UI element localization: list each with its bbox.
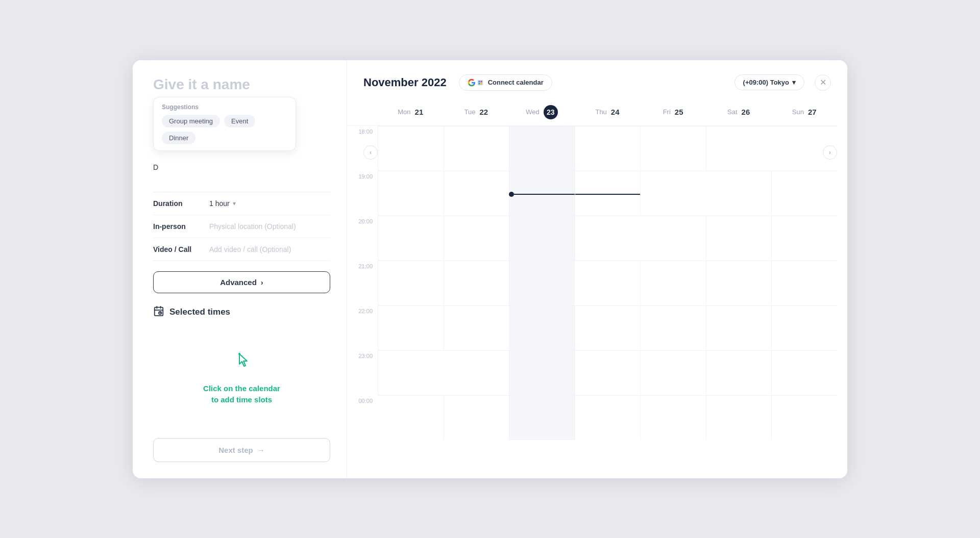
cursor-click-icon	[232, 350, 252, 375]
next-week-button[interactable]: ›	[823, 145, 837, 160]
grid-cell-r4-c0[interactable]	[378, 305, 444, 350]
grid-cell-r6-c2[interactable]	[509, 395, 575, 440]
selected-times-header: Selected times	[153, 305, 330, 319]
grid-cell-r2-c5[interactable]	[706, 216, 772, 261]
videocall-placeholder[interactable]: Add video / call (Optional)	[209, 245, 291, 253]
grid-cell-r1-c5[interactable]	[706, 171, 772, 216]
grid-cell-r1-c4[interactable]	[640, 171, 706, 216]
grid-cell-r2-c6[interactable]	[771, 216, 837, 261]
day-name: Wed	[526, 108, 540, 116]
day-header-fri: Fri25	[640, 101, 706, 125]
empty-state: Click on the calendar to add time slots	[153, 329, 330, 426]
grid-cell-r6-c5[interactable]	[706, 395, 772, 440]
connect-calendar-label: Connect calendar	[488, 79, 544, 86]
calendar-month-title: November 2022	[363, 76, 447, 89]
grid-cell-r5-c0[interactable]	[378, 350, 444, 395]
day-num: 24	[611, 108, 620, 116]
grid-cell-r4-c5[interactable]	[706, 305, 772, 350]
grid-cell-r4-c6[interactable]	[771, 305, 837, 350]
prev-week-button[interactable]: ‹	[363, 145, 378, 160]
grid-cell-r1-c0[interactable]	[378, 171, 444, 216]
day-num: 25	[675, 108, 683, 116]
grid-cell-r0-c1[interactable]	[444, 126, 509, 171]
grid-cell-r3-c3[interactable]	[575, 261, 641, 305]
advanced-button[interactable]: Advanced ›	[153, 271, 330, 293]
connect-calendar-button[interactable]: Connect calendar	[459, 74, 552, 91]
grid-cell-r5-c3[interactable]	[575, 350, 641, 395]
inperson-placeholder[interactable]: Physical location (Optional)	[209, 222, 296, 230]
form-row-videocall: Video / Call Add video / call (Optional)	[153, 238, 330, 261]
grid-cell-r3-c4[interactable]	[640, 261, 706, 305]
time-grid[interactable]: 18:0019:0020:0021:0022:0023:0000:00	[347, 126, 837, 440]
form-row-duration: Duration 1 hour ▾	[153, 192, 330, 215]
grid-cell-r0-c3[interactable]	[575, 126, 641, 171]
time-label-6: 00:00	[347, 395, 378, 440]
timezone-button[interactable]: (+09:00) Tokyo ▾	[734, 74, 804, 90]
close-button[interactable]: ✕	[815, 74, 831, 91]
grid-cell-r3-c5[interactable]	[706, 261, 772, 305]
grid-cell-r2-c4[interactable]	[640, 216, 706, 261]
grid-cell-r0-c2[interactable]	[509, 126, 575, 171]
grid-cell-r1-c6[interactable]	[771, 171, 837, 216]
day-name: Sun	[792, 108, 804, 116]
event-title-input[interactable]	[153, 76, 330, 93]
chevron-down-icon: ▾	[233, 200, 236, 207]
grid-cell-r0-c0[interactable]	[378, 126, 444, 171]
grid-cell-r1-c3[interactable]	[575, 171, 641, 216]
inperson-label: In-person	[153, 222, 209, 230]
grid-cell-r4-c1[interactable]	[444, 305, 509, 350]
grid-cell-r6-c1[interactable]	[444, 395, 509, 440]
grid-cell-r5-c1[interactable]	[444, 350, 509, 395]
grid-cell-r4-c3[interactable]	[575, 305, 641, 350]
videocall-label: Video / Call	[153, 245, 209, 253]
calendar-header: November 2022 Connect calendar (+09:00) …	[347, 60, 847, 101]
grid-cell-r0-c4[interactable]	[640, 126, 706, 171]
time-indicator-dot	[509, 192, 514, 197]
grid-cell-r2-c0[interactable]	[378, 216, 444, 261]
grid-cell-r3-c6[interactable]	[771, 261, 837, 305]
time-col-header	[347, 101, 378, 125]
grid-cell-r1-c1[interactable]	[444, 171, 509, 216]
suggestion-chip-1[interactable]: Event	[224, 115, 255, 127]
duration-label: Duration	[153, 199, 209, 208]
grid-cell-r5-c6[interactable]	[771, 350, 837, 395]
close-icon: ✕	[820, 78, 826, 87]
duration-value[interactable]: 1 hour ▾	[209, 199, 236, 208]
day-name: Fri	[663, 108, 671, 116]
grid-cell-r2-c2[interactable]	[509, 216, 575, 261]
grid-cell-r6-c6[interactable]	[771, 395, 837, 440]
calendar-grid-container[interactable]: Mon21Tue22Wed23Thu24Fri25Sat26Sun27 18:0…	[347, 101, 847, 478]
suggestions-label: Suggestions	[162, 104, 287, 111]
grid-cell-r3-c0[interactable]	[378, 261, 444, 305]
google-icon	[468, 79, 484, 87]
day-header-tue: Tue22	[444, 101, 509, 125]
grid-cell-r3-c1[interactable]	[444, 261, 509, 305]
time-label-4: 22:00	[347, 305, 378, 350]
grid-cell-r5-c2[interactable]	[509, 350, 575, 395]
grid-cell-r1-c2[interactable]	[509, 171, 575, 216]
description-textarea[interactable]: D	[153, 159, 330, 192]
time-label-5: 23:00	[347, 350, 378, 395]
day-name: Tue	[464, 108, 476, 116]
grid-cell-r2-c1[interactable]	[444, 216, 509, 261]
grid-cell-r6-c4[interactable]	[640, 395, 706, 440]
grid-cell-r6-c3[interactable]	[575, 395, 641, 440]
grid-cell-r2-c3[interactable]	[575, 216, 641, 261]
grid-cell-r4-c2[interactable]	[509, 305, 575, 350]
suggestion-chip-2[interactable]: Dinner	[162, 132, 195, 144]
suggestion-chip-0[interactable]: Group meeting	[162, 115, 220, 127]
day-num-today: 23	[544, 105, 558, 119]
time-label-1: 19:00	[347, 171, 378, 216]
svg-rect-8	[480, 81, 482, 82]
grid-cell-r6-c0[interactable]	[378, 395, 444, 440]
grid-cell-r4-c4[interactable]	[640, 305, 706, 350]
grid-cell-r3-c2[interactable]	[509, 261, 575, 305]
day-header-sun: Sun27	[771, 101, 837, 125]
svg-rect-7	[478, 81, 480, 82]
day-header-thu: Thu24	[575, 101, 641, 125]
grid-cell-r5-c5[interactable]	[706, 350, 772, 395]
next-step-button[interactable]: Next step →	[153, 438, 330, 462]
time-indicator-line-ext	[575, 194, 641, 195]
grid-cell-r5-c4[interactable]	[640, 350, 706, 395]
grid-cell-r0-c5[interactable]	[706, 126, 772, 171]
